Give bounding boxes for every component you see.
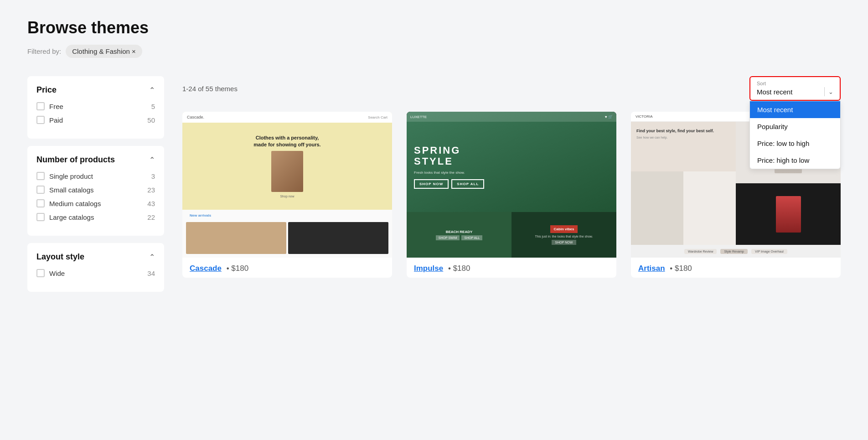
- filter-count-small-catalogs: 23: [147, 186, 155, 194]
- filter-count-free: 5: [151, 103, 155, 110]
- checkbox-wide[interactable]: [36, 269, 45, 277]
- artisan-tag-wardrobe[interactable]: Wardrobe Review: [684, 249, 717, 254]
- filter-item-single: Single product 3: [36, 172, 155, 180]
- theme-price-artisan: • $180: [668, 264, 692, 273]
- themes-area: 1-24 of 55 themes Sort Most recent ⌄: [182, 76, 841, 299]
- checkbox-medium-catalogs[interactable]: [36, 199, 45, 207]
- filter-section-layout: Layout style ⌃ Wide 34: [27, 243, 164, 292]
- theme-preview-impulse: LUXETTE ♥ 🛒 SPRINGSTYLE Fresh looks that…: [407, 112, 616, 258]
- theme-name-artisan[interactable]: Artisan: [638, 264, 665, 273]
- filter-count-medium-catalogs: 43: [147, 200, 155, 207]
- filter-label-small-catalogs: Small catalogs: [49, 186, 94, 194]
- checkbox-small-catalogs[interactable]: [36, 186, 45, 194]
- theme-info-artisan: Artisan • $180: [631, 258, 841, 278]
- filter-item-large: Large catalogs 22: [36, 213, 155, 221]
- filter-section-title-price: Price: [36, 85, 57, 95]
- main-content: Price ⌃ Free 5 Paid 50: [27, 76, 841, 299]
- sort-dropdown-trigger[interactable]: Sort Most recent ⌄: [749, 76, 841, 101]
- theme-info-impulse: Impulse • $180: [407, 258, 616, 278]
- filter-item-free: Free 5: [36, 102, 155, 110]
- sort-label: Sort: [757, 81, 833, 86]
- filter-label-large-catalogs: Large catalogs: [49, 213, 94, 221]
- themes-toolbar: 1-24 of 55 themes Sort Most recent ⌄: [182, 76, 841, 101]
- filter-section-header-products: Number of products ⌃: [36, 155, 155, 165]
- filter-label-wide: Wide: [49, 269, 65, 277]
- sort-divider: [824, 87, 825, 96]
- chevron-up-icon-products[interactable]: ⌃: [149, 155, 155, 164]
- theme-preview-cascade: Cascade. Search Cart Clothes with a pers…: [182, 112, 392, 258]
- theme-name-impulse[interactable]: Impulse: [414, 264, 443, 273]
- theme-card-impulse: LUXETTE ♥ 🛒 SPRINGSTYLE Fresh looks that…: [407, 112, 616, 278]
- filter-item-small: Small catalogs 23: [36, 186, 155, 194]
- theme-price-impulse: • $180: [446, 264, 470, 273]
- filter-label: Filtered by:: [27, 47, 61, 55]
- filter-section-header-price: Price ⌃: [36, 85, 155, 95]
- filter-section-header-layout: Layout style ⌃: [36, 252, 155, 262]
- artisan-tag-vip[interactable]: VIP Image Overhaul: [751, 249, 787, 254]
- theme-price-cascade: • $180: [224, 264, 248, 273]
- filter-item-paid: Paid 50: [36, 116, 155, 124]
- filter-count-single-product: 3: [151, 172, 155, 180]
- filter-row: Filtered by: Clothing & Fashion ×: [27, 45, 841, 58]
- sort-current-value: Most recent: [757, 88, 792, 96]
- filter-count-large-catalogs: 22: [147, 213, 155, 221]
- checkbox-free[interactable]: [36, 102, 45, 110]
- page-title: Browse themes: [27, 18, 841, 37]
- sidebar: Price ⌃ Free 5 Paid 50: [27, 76, 164, 299]
- filter-section-title-layout: Layout style: [36, 252, 84, 262]
- filter-count-wide: 34: [147, 269, 155, 277]
- filter-section-price: Price ⌃ Free 5 Paid 50: [27, 76, 164, 139]
- sort-option-price-low[interactable]: Price: low to high: [750, 135, 840, 152]
- sort-dropdown-menu: Most recent Popularity Price: low to hig…: [749, 101, 841, 169]
- theme-card-cascade: Cascade. Search Cart Clothes with a pers…: [182, 112, 392, 278]
- filter-section-title-products: Number of products: [36, 155, 115, 165]
- themes-grid: Cascade. Search Cart Clothes with a pers…: [182, 112, 841, 278]
- artisan-tag-style[interactable]: Style Revamp: [720, 249, 748, 254]
- themes-count: 1-24 of 55 themes: [182, 85, 238, 93]
- active-filter-tag[interactable]: Clothing & Fashion ×: [66, 45, 142, 58]
- filter-section-products: Number of products ⌃ Single product 3 Sm…: [27, 146, 164, 236]
- chevron-up-icon-layout[interactable]: ⌃: [149, 253, 155, 261]
- chevron-up-icon-price[interactable]: ⌃: [149, 86, 155, 94]
- checkbox-single-product[interactable]: [36, 172, 45, 180]
- chevron-down-icon-sort: ⌄: [828, 88, 833, 95]
- sort-container: Sort Most recent ⌄ Most recent Popularit…: [749, 76, 841, 101]
- sort-option-price-high[interactable]: Price: high to low: [750, 152, 840, 169]
- filter-label-paid: Paid: [49, 116, 63, 124]
- theme-name-cascade[interactable]: Cascade: [190, 264, 222, 273]
- filter-label-medium-catalogs: Medium catalogs: [49, 200, 101, 207]
- filter-item-wide: Wide 34: [36, 269, 155, 277]
- filter-count-paid: 50: [147, 116, 155, 124]
- sort-option-popularity[interactable]: Popularity: [750, 118, 840, 135]
- theme-info-cascade: Cascade • $180: [182, 258, 392, 278]
- filter-label-single-product: Single product: [49, 172, 93, 180]
- checkbox-large-catalogs[interactable]: [36, 213, 45, 221]
- sort-option-most-recent[interactable]: Most recent: [750, 101, 840, 118]
- filter-item-medium: Medium catalogs 43: [36, 199, 155, 207]
- filter-label-free: Free: [49, 103, 63, 110]
- impulse-shop-now-btn[interactable]: SHOP NOW: [414, 179, 449, 189]
- impulse-shop-all-btn[interactable]: SHOP ALL: [451, 179, 484, 189]
- checkbox-paid[interactable]: [36, 116, 45, 124]
